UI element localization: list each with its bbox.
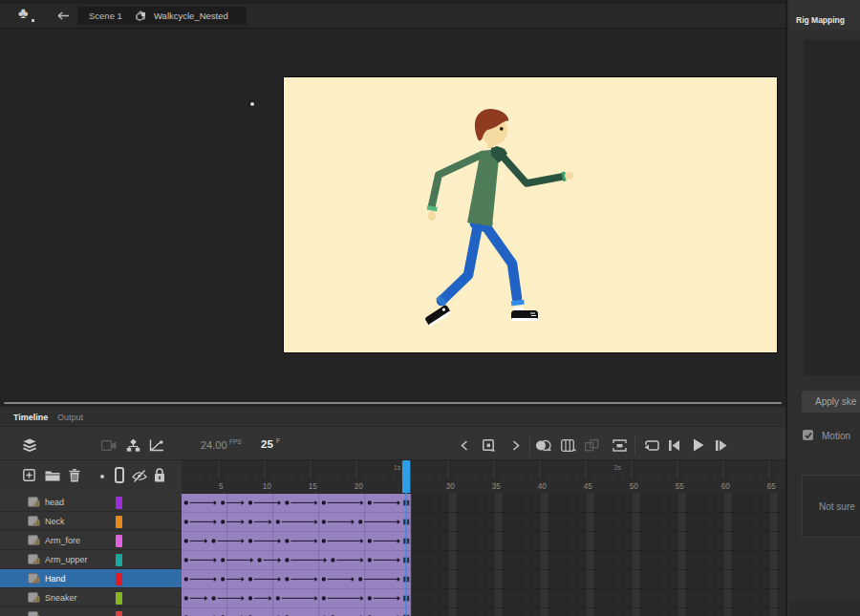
svg-text:50: 50 [630, 482, 639, 491]
svg-text:35: 35 [492, 482, 502, 491]
svg-text:20: 20 [355, 482, 364, 491]
svg-text:2s: 2s [613, 464, 621, 471]
svg-text:55: 55 [676, 482, 685, 491]
svg-text:40: 40 [538, 482, 548, 491]
svg-text:60: 60 [721, 482, 731, 491]
svg-text:30: 30 [446, 482, 456, 491]
svg-text:5: 5 [219, 482, 224, 491]
svg-text:45: 45 [584, 482, 593, 491]
svg-text:1s: 1s [394, 464, 401, 471]
svg-text:15: 15 [309, 482, 318, 491]
svg-text:65: 65 [767, 482, 777, 491]
svg-text:10: 10 [263, 482, 272, 491]
